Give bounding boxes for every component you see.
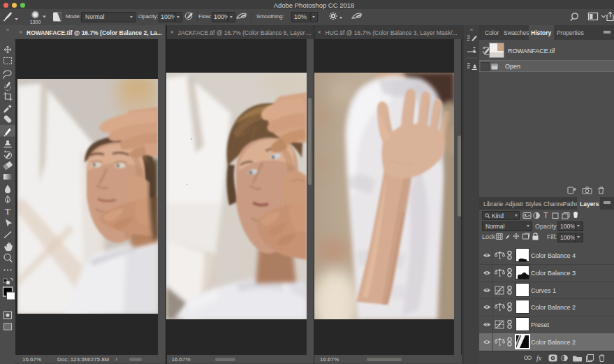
- svg-text:1300: 1300: [30, 20, 41, 24]
- svg-text:fx: fx: [536, 354, 542, 362]
- svg-text:T: T: [543, 211, 548, 219]
- svg-text:»: »: [6, 27, 10, 33]
- svg-text:T: T: [5, 206, 10, 217]
- svg-text:«: «: [470, 27, 474, 33]
